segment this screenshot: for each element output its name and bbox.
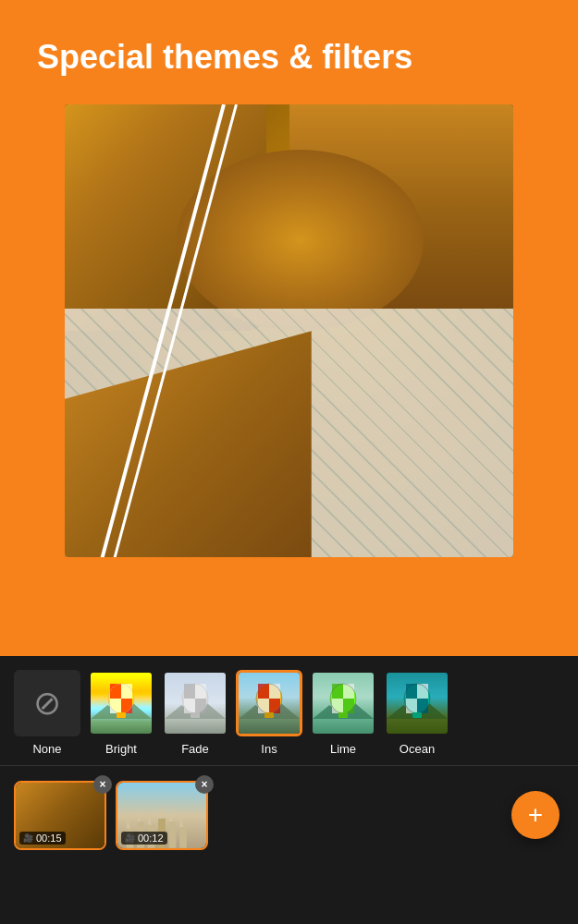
svg-rect-11 [195, 684, 206, 699]
timeline-item-1[interactable]: 🎥 00:15 × [14, 781, 106, 850]
svg-rect-29 [343, 699, 354, 713]
svg-rect-31 [338, 712, 348, 718]
balloon-scene-fade [165, 673, 226, 734]
divider [0, 765, 578, 766]
svg-marker-51 [179, 817, 183, 827]
balloon-scene-ins [239, 673, 300, 734]
camera-icon-2: 🎥 [125, 833, 135, 843]
remove-timeline-2-button[interactable]: × [195, 775, 214, 794]
balloon-ocean [400, 682, 434, 724]
no-filter-icon: ⊘ [33, 684, 61, 723]
svg-rect-10 [184, 684, 195, 699]
svg-marker-46 [127, 819, 130, 829]
filter-strip: ⊘ None Bright [0, 656, 578, 765]
add-clip-button[interactable]: + [511, 791, 560, 839]
svg-rect-37 [417, 699, 428, 713]
filter-label-lime: Lime [330, 742, 356, 756]
filter-thumb-ins[interactable] [236, 670, 302, 736]
balloon-bright [105, 682, 138, 724]
filter-item-none[interactable]: ⊘ None [14, 670, 80, 756]
timeline-item-2[interactable]: 🎥 00:12 × [116, 781, 208, 850]
camera-icon-1: 🎥 [23, 833, 33, 843]
svg-rect-7 [117, 712, 126, 718]
timeline-thumb-food: 🎥 00:15 [14, 781, 106, 850]
balloon-fade [178, 682, 212, 724]
bottom-panel: ⊘ None Bright [0, 656, 578, 924]
svg-rect-3 [121, 684, 132, 699]
balloon-scene-ocean [387, 673, 448, 734]
filter-thumb-lime[interactable] [310, 670, 376, 736]
svg-rect-39 [412, 712, 422, 718]
svg-rect-26 [332, 684, 343, 699]
svg-rect-5 [121, 699, 132, 713]
page-title: Special themes & filters [37, 37, 541, 77]
svg-marker-49 [158, 806, 162, 819]
balloon-lime [326, 682, 360, 724]
svg-rect-23 [264, 712, 274, 718]
filter-label-ins: Ins [261, 742, 277, 756]
remove-timeline-1-button[interactable]: × [93, 775, 112, 794]
filter-item-bright[interactable]: Bright [88, 670, 154, 756]
svg-rect-20 [258, 699, 269, 713]
svg-rect-21 [269, 699, 280, 713]
filter-thumb-none[interactable]: ⊘ [14, 670, 80, 736]
timeline: 🎥 00:15 × [0, 773, 578, 857]
preview-image [65, 104, 513, 557]
svg-rect-19 [269, 684, 280, 699]
svg-rect-36 [406, 699, 417, 713]
balloon-ins [252, 682, 286, 724]
filter-item-fade[interactable]: Fade [162, 670, 228, 756]
svg-rect-27 [343, 684, 354, 699]
filter-thumb-ocean[interactable] [384, 670, 450, 736]
food-image-display [65, 104, 513, 557]
svg-rect-44 [169, 822, 177, 848]
svg-marker-48 [148, 814, 152, 825]
filter-label-bright: Bright [105, 742, 137, 756]
timeline-duration-2: 🎥 00:12 [121, 832, 167, 845]
svg-marker-47 [137, 810, 141, 822]
timeline-duration-1: 🎥 00:15 [19, 832, 66, 845]
svg-rect-15 [191, 712, 200, 718]
balloon-scene-bright [91, 673, 152, 734]
svg-rect-18 [258, 684, 269, 699]
burger-patch-center [177, 150, 424, 331]
svg-marker-50 [169, 810, 173, 822]
svg-rect-34 [406, 684, 417, 699]
svg-rect-28 [332, 699, 343, 713]
filter-thumb-bright[interactable] [88, 670, 154, 736]
header: Special themes & filters [0, 0, 578, 95]
filter-thumb-fade[interactable] [162, 670, 228, 736]
filter-label-ocean: Ocean [400, 742, 435, 756]
timeline-thumb-building: 🎥 00:12 [116, 781, 208, 850]
svg-rect-4 [110, 699, 121, 713]
filter-label-none: None [32, 742, 61, 756]
svg-rect-2 [110, 684, 121, 699]
filter-item-ins[interactable]: Ins [236, 670, 302, 756]
filter-item-lime[interactable]: Lime [310, 670, 376, 756]
svg-rect-35 [417, 684, 428, 699]
svg-rect-13 [195, 699, 206, 713]
balloon-scene-lime [313, 673, 374, 734]
filter-label-fade: Fade [181, 742, 209, 756]
svg-rect-45 [179, 827, 187, 848]
svg-rect-12 [184, 699, 195, 713]
filter-item-ocean[interactable]: Ocean [384, 670, 450, 756]
